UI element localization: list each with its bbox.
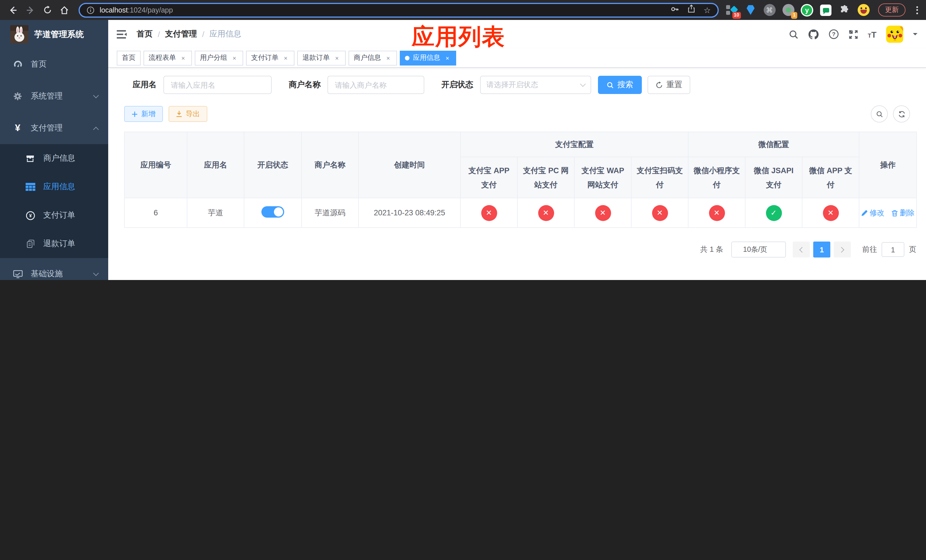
col-wx-app: 微信 APP 支付 [802,157,859,198]
disabled-cross-icon [652,205,668,221]
close-icon[interactable]: × [231,54,238,62]
sidebar-item-system[interactable]: 系统管理 [0,80,108,112]
search-icon [607,81,614,89]
sidebar-item-merchant-info[interactable]: 商户信息 [0,144,108,173]
gem-extension-icon[interactable] [744,4,757,16]
breadcrumb: 首页 / 支付管理 / 应用信息 [137,29,242,39]
delete-link[interactable]: 删除 [891,207,915,218]
prev-page-button[interactable] [793,242,810,257]
edit-link[interactable]: 修改 [861,207,884,218]
col-app-id: 应用编号 [124,132,187,198]
reset-button[interactable]: 重置 [648,76,690,94]
tag-pay-order[interactable]: 支付订单× [246,50,294,65]
tag-process-form[interactable]: 流程表单× [144,50,192,65]
sidebar-item-home[interactable]: 首页 [0,48,108,80]
home-icon[interactable] [57,3,72,17]
breadcrumb-home[interactable]: 首页 [137,29,153,39]
cmd-extension-icon[interactable]: ⌘ [763,4,776,16]
gear-icon [12,92,23,101]
sidebar-item-pay-order[interactable]: ¥ 支付订单 [0,201,108,230]
monitor-icon [12,269,23,278]
font-size-icon[interactable]: TT [868,30,876,38]
tag-refund-order[interactable]: 退款订单× [297,50,346,65]
close-icon[interactable]: × [179,54,187,62]
breadcrumb-payment[interactable]: 支付管理 [165,29,197,39]
cell-alipay-pc [517,198,574,228]
app-name-input[interactable] [163,76,272,94]
sidebar-item-payment[interactable]: ¥ 支付管理 [0,112,108,144]
enabled-check-icon [766,205,782,221]
extension-badge: 10 [732,12,741,18]
table-tools [871,105,910,123]
forward-icon[interactable] [23,3,38,17]
tag-app-info-active[interactable]: 应用信息× [400,50,456,65]
fullscreen-icon[interactable] [848,29,858,39]
emoji-extension-icon[interactable] [857,4,870,16]
user-avatar[interactable] [886,26,903,43]
sidebar-item-label: 基础设施 [31,269,63,279]
svg-text:?: ? [832,31,835,37]
close-icon[interactable]: × [443,54,451,62]
site-info-icon[interactable] [86,6,95,14]
add-button[interactable]: 新增 [124,106,163,122]
status-toggle[interactable] [262,206,284,218]
merchant-name-label: 商户名称 [289,80,321,90]
sidebar-item-label: 支付订单 [43,210,75,221]
group-wechat-config: 微信配置 [688,132,859,157]
tag-extension-icon[interactable]: 10 [726,4,738,16]
extension-badge: 1 [791,12,797,18]
url-text[interactable]: localhost:1024/pay/app [100,6,173,14]
search-button[interactable]: 搜索 [598,76,642,94]
col-actions: 操作 [859,132,917,198]
cell-wx-lite [688,198,745,228]
chevron-down-icon [580,81,586,87]
sidebar-logo[interactable]: 芋道管理系统 [0,20,108,48]
group-alipay-config: 支付宝配置 [460,132,688,157]
status-select[interactable]: 请选择开启状态 [480,76,591,94]
header-search-icon[interactable] [788,29,798,39]
close-icon[interactable]: × [333,54,340,62]
pagination: 共 1 条 10条/页 1 前往 页 [124,242,916,257]
bookmark-star-icon[interactable]: ☆ [704,6,711,14]
col-wx-jsapi: 微信 JSAPI 支付 [745,157,802,198]
app-title: 芋道管理系统 [34,29,84,39]
tag-home[interactable]: 首页 [117,50,141,65]
github-icon[interactable] [808,29,819,39]
extensions-puzzle-icon[interactable] [838,4,851,16]
page-1-button[interactable]: 1 [813,242,830,257]
profile-extension-icon[interactable]: 1 [782,4,794,16]
back-icon[interactable] [6,3,21,17]
screen: localhost:1024/pay/app ☆ 10 ⌘ 1 y 更新 [0,0,926,280]
disabled-cross-icon [823,205,838,221]
grid-table-icon [25,183,35,191]
export-button[interactable]: 导出 [169,106,207,122]
page-suffix: 页 [909,244,916,255]
browser-update-button[interactable]: 更新 [878,3,905,17]
browser-menu-icon[interactable] [916,6,918,14]
chat-extension-icon[interactable] [820,4,832,16]
close-icon[interactable]: × [384,54,392,62]
coin-yen-icon: ¥ [25,210,35,220]
next-page-button[interactable] [834,242,851,257]
close-icon[interactable]: × [282,54,289,62]
avatar-caret-icon[interactable] [913,33,917,38]
password-key-icon[interactable] [670,4,680,16]
show-search-icon-button[interactable] [871,105,888,123]
sidebar-toggle-icon[interactable] [117,29,127,39]
sidebar-item-app-info[interactable]: 应用信息 [0,173,108,201]
reload-icon[interactable] [40,3,54,17]
goto-page-input[interactable] [882,242,904,257]
chevron-up-icon [93,127,99,132]
tag-user-group[interactable]: 用户分组× [195,50,243,65]
tag-merchant-info[interactable]: 商户信息× [348,50,397,65]
address-bar[interactable]: localhost:1024/pay/app ☆ [79,3,719,17]
table-toolbar: 新增 导出 [124,105,916,123]
page-size-select[interactable]: 10条/页 [731,242,786,257]
refresh-table-icon-button[interactable] [893,105,910,123]
share-icon[interactable] [688,5,696,15]
sidebar-item-refund-order[interactable]: 退款订单 [0,230,108,258]
help-icon[interactable]: ? [828,29,838,39]
merchant-name-input[interactable] [327,76,424,94]
sidebar-item-infrastructure[interactable]: 基础设施 [0,258,108,280]
y-extension-icon[interactable]: y [801,4,813,16]
